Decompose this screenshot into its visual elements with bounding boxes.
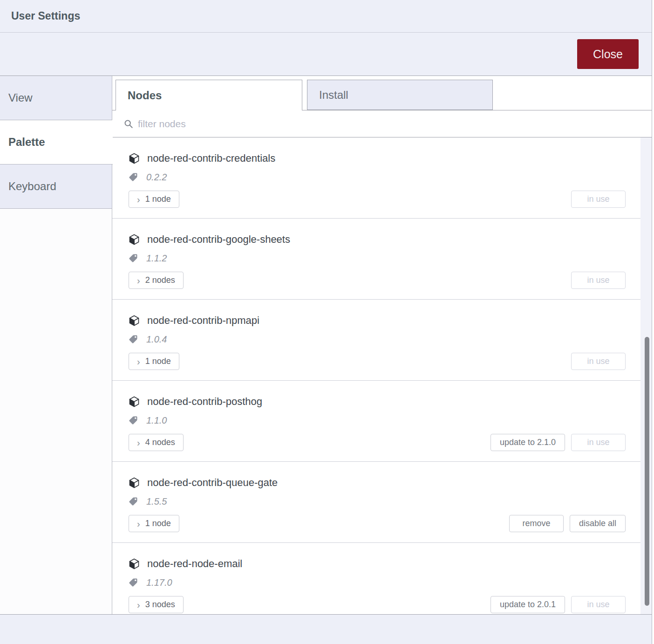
in-use-button[interactable]: in use — [571, 434, 626, 451]
package-item: node-red-contrib-queue-gate 1.5.5 › 1 no… — [112, 462, 640, 543]
dialog-body: View Palette Keyboard Nodes Install — [0, 76, 652, 614]
package-item: node-red-contrib-google-sheets 1.1.2 › 2… — [112, 219, 640, 300]
node-count-label: 1 node — [145, 356, 171, 366]
node-count-label: 2 nodes — [145, 275, 175, 285]
chevron-right-icon: › — [137, 520, 140, 528]
package-cube-icon — [129, 477, 140, 488]
tab-install[interactable]: Install — [307, 80, 493, 110]
package-name: node-red-contrib-npmapi — [147, 314, 259, 328]
node-count-button[interactable]: › 4 nodes — [129, 434, 184, 451]
search-icon — [124, 119, 133, 129]
package-list: node-red-contrib-credentials 0.2.2 › 1 n… — [112, 137, 640, 614]
tag-icon — [129, 335, 138, 344]
tag-icon — [129, 497, 138, 506]
close-button[interactable]: Close — [577, 39, 639, 69]
package-version: 1.5.5 — [146, 496, 167, 507]
sidebar-tab-palette[interactable]: Palette — [0, 120, 113, 164]
dialog-title: User Settings — [11, 10, 80, 22]
package-cube-icon — [129, 234, 140, 245]
package-version: 1.17.0 — [146, 577, 172, 588]
sidebar-tab-view[interactable]: View — [0, 76, 112, 120]
package-cube-icon — [129, 396, 140, 407]
chevron-right-icon: › — [137, 601, 140, 609]
package-actions: update to 2.1.0in use — [490, 434, 626, 451]
package-scroll-area: node-red-contrib-credentials 0.2.2 › 1 n… — [112, 137, 652, 614]
tag-icon — [129, 416, 138, 425]
node-count-button[interactable]: › 3 nodes — [129, 596, 184, 613]
dialog-header: User Settings — [0, 0, 652, 33]
palette-tab-row: Nodes Install — [112, 76, 652, 110]
chevron-right-icon: › — [137, 195, 140, 204]
package-actions: in use — [571, 272, 626, 289]
settings-sidebar: View Palette Keyboard — [0, 76, 112, 614]
chevron-right-icon: › — [137, 438, 140, 447]
in-use-button[interactable]: in use — [571, 353, 626, 370]
package-item: node-red-node-email 1.17.0 › 3 nodes upd… — [112, 543, 640, 614]
node-count-label: 4 nodes — [145, 438, 175, 447]
package-item: node-red-contrib-posthog 1.1.0 › 4 nodes… — [112, 381, 640, 462]
package-actions: removedisable all — [509, 515, 626, 532]
in-use-button[interactable]: in use — [571, 191, 626, 208]
package-actions: in use — [571, 191, 626, 208]
package-version: 1.1.0 — [146, 415, 167, 426]
scrollbar-track[interactable] — [640, 137, 652, 614]
package-name: node-red-contrib-queue-gate — [147, 476, 278, 490]
package-version: 0.2.2 — [146, 172, 167, 183]
dialog-footer — [0, 614, 652, 644]
disable-all-button[interactable]: disable all — [570, 515, 626, 532]
scrollbar-thumb[interactable] — [645, 337, 649, 606]
update-button[interactable]: update to 2.0.1 — [490, 596, 565, 613]
package-item: node-red-contrib-npmapi 1.0.4 › 1 node i… — [112, 300, 640, 381]
node-count-label: 3 nodes — [145, 600, 175, 610]
package-actions: update to 2.0.1in use — [490, 596, 626, 613]
tab-nodes[interactable]: Nodes — [116, 80, 302, 110]
package-version: 1.0.4 — [146, 334, 167, 345]
in-use-button[interactable]: in use — [571, 272, 626, 289]
update-button[interactable]: update to 2.1.0 — [490, 434, 565, 451]
package-version: 1.1.2 — [146, 253, 167, 264]
filter-bar — [112, 110, 652, 137]
node-count-button[interactable]: › 2 nodes — [129, 272, 184, 289]
tag-icon — [129, 253, 138, 263]
chevron-right-icon: › — [137, 276, 140, 285]
filter-input[interactable] — [138, 118, 417, 130]
chevron-right-icon: › — [137, 357, 140, 366]
remove-button[interactable]: remove — [509, 515, 564, 532]
package-name: node-red-contrib-google-sheets — [147, 233, 290, 247]
package-name: node-red-contrib-credentials — [147, 151, 275, 165]
tag-icon — [129, 578, 138, 587]
package-name: node-red-node-email — [147, 557, 242, 571]
node-count-button[interactable]: › 1 node — [129, 353, 179, 370]
package-name: node-red-contrib-posthog — [147, 395, 262, 409]
package-cube-icon — [129, 315, 140, 326]
palette-panel: Nodes Install node-red-contrib-credentia… — [112, 76, 652, 614]
package-actions: in use — [571, 353, 626, 370]
sidebar-tab-keyboard[interactable]: Keyboard — [0, 164, 112, 209]
node-count-button[interactable]: › 1 node — [129, 515, 179, 532]
in-use-button[interactable]: in use — [571, 596, 626, 613]
tag-icon — [129, 172, 138, 182]
node-count-button[interactable]: › 1 node — [129, 191, 179, 208]
package-cube-icon — [129, 153, 140, 164]
dialog-toolbar: Close — [0, 33, 652, 76]
package-item: node-red-contrib-credentials 0.2.2 › 1 n… — [112, 137, 640, 219]
node-count-label: 1 node — [145, 194, 171, 204]
node-count-label: 1 node — [145, 519, 171, 528]
user-settings-dialog: User Settings Close View Palette Keyboar… — [0, 0, 652, 644]
package-cube-icon — [129, 558, 140, 569]
